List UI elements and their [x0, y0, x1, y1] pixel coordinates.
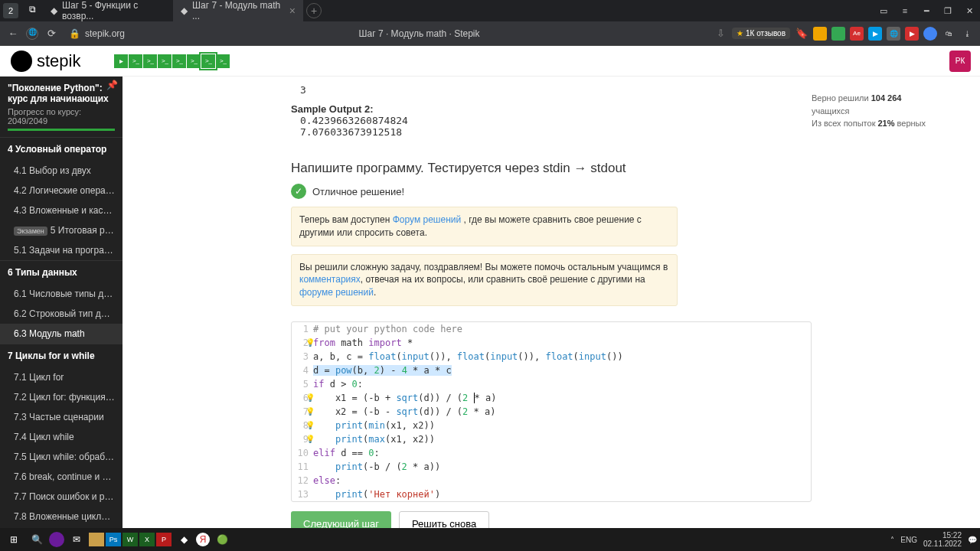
lesson-item[interactable]: 7.1 Цикл for — [0, 367, 122, 387]
back-icon[interactable]: ← — [6, 28, 20, 39]
tray-lang[interactable]: ENG — [900, 536, 917, 544]
lesson-item[interactable]: 7.2 Цикл for: функция range — [0, 387, 122, 407]
task-app-3[interactable]: 🟢 — [211, 530, 233, 549]
main-content: 3 Sample Output 2: 0.4239663260874824 7.… — [122, 46, 980, 551]
task-app-1[interactable] — [49, 532, 64, 547]
lesson-item[interactable]: 4.3 Вложенные и каскадн... — [0, 201, 122, 220]
step-pill-2[interactable] — [129, 54, 142, 68]
step-pill-5[interactable] — [172, 54, 186, 68]
avatar[interactable]: РК — [949, 51, 971, 72]
task-excel[interactable]: X — [139, 533, 155, 546]
panel-icon[interactable]: ▭ — [873, 2, 894, 20]
minimize-icon[interactable]: ━ — [916, 2, 937, 20]
browser-tab-1[interactable]: ◆ Шаг 7 - Модуль math ... × — [173, 0, 303, 21]
task-ps[interactable]: Ps — [106, 533, 121, 546]
browser-titlebar: 2 ⧉ ◆ Шаг 5 - Функции с возвр... ◆ Шаг 7… — [0, 0, 980, 21]
close-window-icon[interactable]: ✕ — [959, 2, 980, 20]
section-header[interactable]: 4 Условный оператор — [0, 137, 122, 161]
section-header[interactable]: 7 Циклы for и while — [0, 344, 122, 367]
lesson-item[interactable]: Экзамен5 Итоговая работа... — [0, 220, 122, 240]
code-editor[interactable]: 1# put your python code here2💡from math … — [291, 321, 812, 502]
stepik-header: stepik РК — [0, 46, 980, 77]
lesson-item[interactable]: 5.1 Задачи на программир... — [0, 240, 122, 260]
tray-chevron-icon[interactable]: ˄ — [890, 536, 894, 544]
browser-tab-0[interactable]: ◆ Шаг 5 - Функции с возвр... — [43, 0, 173, 21]
lesson-item[interactable]: 7.5 Цикл while: обработка ... — [0, 447, 122, 467]
ext-icon-2[interactable] — [831, 27, 845, 41]
search-icon[interactable]: 🔍 — [26, 530, 47, 549]
step-navigation — [114, 54, 230, 68]
ext-icon-5[interactable]: 🌐 — [887, 27, 900, 41]
windows-taskbar: ⊞ 🔍 ✉ Ps W X P ◆ Я 🟢 ˄ ENG 15:22 02.11.2… — [0, 528, 980, 551]
task-word[interactable]: W — [122, 533, 138, 546]
ext-icon-1[interactable] — [813, 27, 827, 41]
globe-icon[interactable]: 🌐 — [26, 28, 38, 40]
tab-0-title: Шаг 5 - Функции с возвр... — [62, 0, 165, 21]
lesson-item[interactable]: 6.1 Числовые типы данны... — [0, 284, 122, 304]
lesson-item[interactable]: 6.2 Строковый тип данных — [0, 304, 122, 324]
task-app-2[interactable]: ◆ — [173, 530, 194, 549]
menu-icon[interactable]: ≡ — [894, 2, 916, 20]
tab-count[interactable]: 2 — [3, 3, 18, 18]
ext-icon-7[interactable] — [923, 27, 937, 41]
comments-link[interactable]: комментариях — [299, 274, 361, 285]
ext-icon-3[interactable]: Ae — [850, 27, 864, 41]
info-box-forum: Теперь вам доступен Форум решений , где … — [291, 207, 678, 246]
url-host: stepik.org — [85, 28, 125, 39]
step-pill-4[interactable] — [158, 54, 172, 68]
lesson-item[interactable]: 4.2 Логические операции — [0, 181, 122, 201]
page-title: Шаг 7 · Модуль math · Stepik — [131, 28, 707, 39]
task-ppt[interactable]: P — [156, 533, 172, 546]
pin-icon[interactable]: 📌 — [106, 80, 118, 90]
step-pill-6[interactable] — [187, 54, 201, 68]
new-tab-button[interactable]: + — [306, 3, 322, 18]
lesson-item[interactable]: 4.1 Выбор из двух — [0, 161, 122, 181]
lesson-item[interactable]: 7.6 break, continue и else — [0, 467, 122, 487]
task-yandex[interactable]: Я — [196, 533, 210, 546]
lesson-item[interactable]: 7.4 Цикл while — [0, 427, 122, 447]
ext-icon-4[interactable]: ▶ — [868, 27, 882, 41]
lesson-item[interactable]: 7.7 Поиск ошибок и ревью... — [0, 487, 122, 507]
info-box-congrats: Вы решили сложную задачу, поздравляем! В… — [291, 254, 678, 306]
maximize-icon[interactable]: ❐ — [937, 2, 959, 20]
step-pill-8[interactable] — [216, 54, 230, 68]
tray-time: 15:22 — [923, 531, 962, 540]
cart-icon[interactable]: 🛍 — [942, 27, 956, 41]
close-tab-icon[interactable]: × — [289, 5, 296, 17]
download-icon[interactable]: ⇩ — [714, 28, 727, 39]
download-tray-icon[interactable]: ⭳ — [960, 27, 974, 41]
lesson-item[interactable]: 6.3 Модуль math — [0, 324, 122, 344]
lesson-item[interactable]: 7.3 Частые сценарии — [0, 407, 122, 427]
task-title: Напишите программу. Тестируется через st… — [291, 161, 934, 176]
tray-date: 02.11.2022 — [923, 540, 962, 548]
tab-1-title: Шаг 7 - Модуль math ... — [192, 0, 285, 21]
ext-icon-6[interactable]: ▶ — [905, 27, 919, 41]
step-pill-3[interactable] — [143, 54, 157, 68]
forum-link-2[interactable]: форуме решений — [299, 287, 374, 298]
course-sidebar: 📌 "Поколение Python": курс для начинающи… — [0, 46, 122, 551]
file-explorer-icon[interactable] — [89, 533, 104, 546]
stats-card: Верно решили 104 264 учащихся Из всех по… — [812, 92, 934, 130]
task-app-mail[interactable]: ✉ — [66, 530, 87, 549]
reload-icon[interactable]: ⟳ — [44, 28, 58, 39]
tray-notify-icon[interactable]: 💬 — [968, 536, 977, 544]
url-field[interactable]: 🔒 stepik.org — [69, 28, 125, 39]
course-title: "Поколение Python": курс для начинающих — [8, 83, 115, 104]
stepik-logo[interactable]: stepik — [0, 51, 91, 72]
section-header[interactable]: 6 Типы данных — [0, 260, 122, 284]
step-pill-1[interactable] — [114, 54, 128, 68]
step-pill-7-active[interactable] — [201, 54, 215, 68]
progress-text: Прогресс по курсу: 2049/2049 — [8, 107, 115, 126]
address-bar: ← 🌐 ⟳ 🔒 stepik.org Шаг 7 · Модуль math ·… — [0, 21, 980, 46]
lesson-item[interactable]: 7.8 Вложенные циклы. Ча... — [0, 507, 122, 527]
start-button[interactable]: ⊞ — [3, 530, 24, 549]
new-window-icon[interactable]: ⧉ — [21, 0, 43, 18]
bookmark-icon[interactable]: 🔖 — [795, 28, 808, 39]
check-icon: ✓ — [291, 184, 306, 199]
progress-bar — [8, 129, 115, 131]
reviews-badge[interactable]: ★1К отзывов — [732, 28, 790, 39]
ok-text: Отличное решение! — [312, 186, 404, 197]
forum-link[interactable]: Форум решений — [393, 214, 461, 225]
